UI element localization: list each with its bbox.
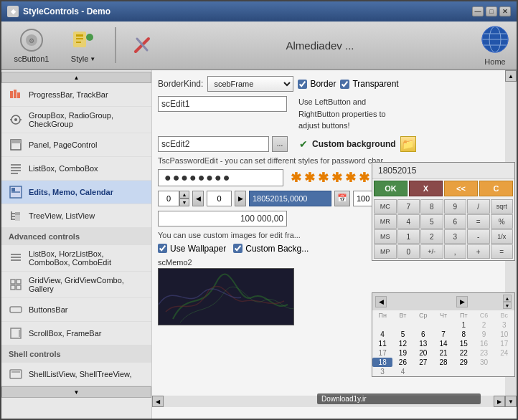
calc-ok-btn[interactable]: OK (374, 181, 408, 196)
password-dots[interactable]: ●●●●●●●● (158, 169, 283, 186)
border-checkbox[interactable] (298, 80, 307, 89)
edit2-ellipsis-btn[interactable]: ... (272, 136, 288, 152)
sidebar-item-listbox[interactable]: ListBox, ComboBox (1, 157, 151, 181)
use-wallpaper-checkbox[interactable] (158, 244, 167, 253)
cal-day-30[interactable]: 30 (474, 358, 494, 367)
sidebar-item-progressbar[interactable]: ProgressBar, TrackBar (1, 83, 151, 107)
sidebar-item-groupbox[interactable]: GroupBox, RadioGroup,CheckGroup (1, 107, 151, 133)
calc-sqrt[interactable]: sqrt (491, 199, 514, 214)
cal-day-6[interactable]: 6 (413, 330, 433, 339)
tools-toolbar-btn[interactable] (125, 24, 159, 66)
calc-div[interactable]: / (467, 199, 490, 214)
cal-day-20[interactable]: 20 (413, 348, 433, 358)
calc-comma[interactable]: , (444, 244, 467, 259)
cal-day-17b[interactable]: 17 (372, 348, 392, 358)
custom-bg2-checkbox[interactable] (233, 244, 242, 253)
h-scroll-left-btn[interactable]: ◀ (152, 396, 164, 407)
calc-2[interactable]: 2 (420, 229, 443, 244)
calc-inv[interactable]: 1/x (491, 229, 514, 244)
calc-plus[interactable]: + (467, 244, 490, 259)
cal-day-13[interactable]: 13 (413, 339, 433, 348)
calc-ms[interactable]: MS (374, 229, 397, 244)
cal-day-cell[interactable] (372, 320, 392, 330)
calc-5[interactable]: 5 (420, 214, 443, 229)
v-scroll-up-btn[interactable]: ▲ (505, 70, 517, 82)
cal-day-12[interactable]: 12 (392, 339, 413, 348)
cal-day-5[interactable]: 5 (392, 330, 413, 339)
cal-day-3b[interactable]: 3 (372, 367, 392, 376)
cal-day-26[interactable]: 26 (392, 358, 413, 367)
cal-day-16[interactable]: 16 (474, 339, 494, 348)
cal-day-29[interactable]: 29 (453, 358, 474, 367)
calc-mc[interactable]: MC (374, 199, 397, 214)
scbutton1-toolbar-btn[interactable]: ⚙ scButton1 (9, 24, 55, 66)
calc-pct[interactable]: % (491, 214, 514, 229)
calc-3[interactable]: 3 (444, 229, 467, 244)
cal-day-28[interactable]: 28 (433, 358, 453, 367)
hundred-k-input[interactable] (158, 211, 287, 226)
cal-day-11[interactable]: 11 (372, 339, 392, 348)
calc-9[interactable]: 9 (444, 199, 467, 214)
cal-scroll-up[interactable]: ▲ (503, 295, 512, 302)
sidebar-item-buttonsbar[interactable]: ButtonsBar (1, 298, 151, 322)
cal-day-4b[interactable]: 4 (392, 367, 413, 376)
cal-day-21[interactable]: 21 (433, 348, 453, 358)
sidebar-item-shelllist[interactable]: ShellListView, ShellTreeView, (1, 363, 151, 386)
calc-ll-btn[interactable]: << (444, 181, 478, 196)
cal-day-9[interactable]: 9 (474, 330, 494, 339)
cal-day-10[interactable]: 10 (494, 330, 514, 339)
arrow-right-btn[interactable]: ▶ (235, 191, 246, 206)
calc-8[interactable]: 8 (420, 199, 443, 214)
calc-eq2[interactable]: = (491, 244, 514, 259)
h-scroll-right-btn[interactable]: ▶ (494, 396, 505, 407)
cal-day-3[interactable]: 3 (494, 320, 514, 330)
cal-day-22[interactable]: 22 (453, 348, 474, 358)
sidebar-scroll-up[interactable]: ▲ (1, 72, 151, 83)
cal-day-cell[interactable] (433, 320, 453, 330)
cal-day-23[interactable]: 23 (474, 348, 494, 358)
calc-7[interactable]: 7 (397, 199, 420, 214)
calendar-btn[interactable]: 📅 (334, 191, 350, 206)
memo2-area[interactable] (158, 268, 294, 325)
style-toolbar-btn[interactable]: Style▼ (60, 24, 106, 66)
cal-day-14[interactable]: 14 (433, 339, 453, 348)
sidebar-item-listbox2[interactable]: ListBox, HorzListBox,ComboBox, ComboEdit (1, 245, 151, 272)
home-button-area[interactable]: Home (481, 25, 509, 66)
cal-day-24[interactable]: 24 (494, 348, 514, 358)
sidebar-item-panel[interactable]: Panel, PageControl (1, 133, 151, 157)
calc-0[interactable]: 0 (397, 244, 420, 259)
calc-6[interactable]: 6 (444, 214, 467, 229)
transparent-checkbox[interactable] (340, 80, 349, 89)
cal-scroll-down[interactable]: ▼ (503, 302, 512, 309)
calc-1[interactable]: 1 (397, 229, 420, 244)
spin-up-1[interactable]: ▲ (179, 191, 189, 199)
sidebar-scroll-down[interactable]: ▼ (1, 386, 151, 398)
calc-c-btn[interactable]: C (479, 181, 513, 196)
cal-day-4[interactable]: 4 (372, 330, 392, 339)
sidebar-item-scrollbox[interactable]: ScrollBox, FrameBar (1, 322, 151, 345)
cal-day-27[interactable]: 27 (413, 358, 433, 367)
spin-down-1[interactable]: ▼ (179, 199, 189, 206)
edit1-input[interactable] (158, 96, 287, 112)
minimize-button[interactable]: — (472, 6, 484, 16)
maximize-button[interactable]: □ (486, 6, 497, 16)
cal-prev-btn[interactable]: ◀ (375, 296, 387, 307)
spin-input-2[interactable] (207, 191, 232, 206)
v-scroll-down-btn[interactable]: ▼ (505, 396, 517, 407)
cal-day-cell[interactable] (392, 320, 413, 330)
close-button[interactable]: ✕ (499, 6, 511, 16)
folder-btn[interactable]: 📁 (400, 136, 416, 152)
cal-day-18-today[interactable]: 18 (372, 358, 392, 367)
sidebar-item-gridview[interactable]: GridView, GridViewCombo,Gallery (1, 272, 151, 298)
cal-day-2[interactable]: 2 (474, 320, 494, 330)
calc-4[interactable]: 4 (397, 214, 420, 229)
cal-day-15[interactable]: 15 (453, 339, 474, 348)
border-kind-select[interactable]: scebFrame (207, 76, 293, 92)
calc-pm[interactable]: +/- (420, 244, 443, 259)
cal-day-17[interactable]: 17 (494, 339, 514, 348)
arrow-left-btn[interactable]: ◀ (192, 191, 204, 206)
calc-mp[interactable]: MP (374, 244, 397, 259)
cal-day-19[interactable]: 19 (392, 348, 413, 358)
cal-day-7[interactable]: 7 (433, 330, 453, 339)
calc-x-btn[interactable]: X (409, 181, 443, 196)
